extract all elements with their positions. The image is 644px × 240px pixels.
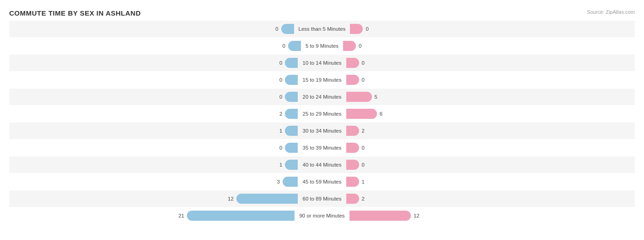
male-value: 12 — [224, 196, 234, 201]
female-value: 2 — [362, 196, 371, 201]
chart-row: 21 90 or more Minutes 12 — [9, 207, 635, 224]
female-bar — [346, 126, 359, 136]
right-side: 0 — [344, 160, 635, 170]
female-value: 0 — [362, 162, 371, 167]
male-bar — [285, 143, 298, 153]
row-label: Less than 5 Minutes — [296, 26, 349, 32]
male-bar — [288, 41, 301, 51]
male-value: 3 — [271, 179, 280, 184]
row-label: 20 to 24 Minutes — [300, 94, 344, 100]
row-label: 40 to 44 Minutes — [300, 162, 344, 167]
right-side: 5 — [344, 92, 635, 102]
right-side: 2 — [344, 126, 635, 136]
female-bar — [346, 177, 359, 187]
female-value: 1 — [362, 179, 371, 184]
right-side: 0 — [344, 75, 635, 85]
chart-row: 2 25 to 29 Minutes 6 — [9, 106, 635, 122]
chart-row: 0 15 to 19 Minutes 0 — [9, 72, 635, 88]
right-side: 1 — [344, 177, 635, 187]
row-label: 15 to 19 Minutes — [300, 77, 344, 83]
left-side: 0 — [9, 41, 303, 51]
male-bar — [285, 160, 298, 170]
chart-row: 3 45 to 59 Minutes 1 — [9, 173, 635, 190]
male-bar — [285, 58, 298, 68]
chart-container: COMMUTE TIME BY SEX IN ASHLAND Source: Z… — [0, 0, 644, 240]
chart-area: 0 Less than 5 Minutes 0 0 5 to 9 Minutes… — [9, 21, 635, 206]
male-bar — [187, 211, 295, 221]
chart-title: COMMUTE TIME BY SEX IN ASHLAND — [9, 9, 635, 17]
female-value: 0 — [362, 145, 371, 151]
row-label: 45 to 59 Minutes — [300, 179, 344, 184]
chart-row: 0 Less than 5 Minutes 0 — [9, 21, 635, 37]
female-bar — [346, 160, 359, 170]
male-value: 0 — [276, 43, 285, 49]
left-side: 0 — [9, 58, 300, 68]
female-value: 0 — [359, 43, 368, 49]
male-value: 0 — [273, 60, 282, 66]
female-value: 5 — [375, 94, 384, 100]
male-bar — [285, 92, 298, 102]
left-side: 21 — [9, 211, 296, 221]
male-bar — [285, 109, 298, 119]
male-value: 1 — [273, 162, 282, 167]
row-label: 90 or more Minutes — [296, 213, 347, 218]
female-bar — [343, 41, 356, 51]
male-value: 0 — [273, 145, 282, 151]
male-value: 21 — [175, 213, 184, 218]
female-bar — [346, 75, 359, 85]
right-side: 12 — [348, 211, 635, 221]
left-side: 12 — [9, 194, 300, 204]
right-side: 2 — [344, 194, 635, 204]
row-label: 5 to 9 Minutes — [303, 43, 341, 49]
female-value: 0 — [362, 60, 371, 66]
male-bar — [281, 24, 294, 34]
chart-row: 0 20 to 24 Minutes 5 — [9, 89, 635, 105]
female-value: 0 — [366, 26, 375, 32]
female-bar — [346, 143, 359, 153]
chart-row: 0 35 to 39 Minutes 0 — [9, 140, 635, 156]
male-bar — [285, 126, 298, 136]
female-bar — [346, 58, 359, 68]
chart-row: 1 30 to 34 Minutes 2 — [9, 123, 635, 139]
row-label: 10 to 14 Minutes — [300, 60, 344, 66]
right-side: 0 — [348, 24, 635, 34]
left-side: 1 — [9, 160, 300, 170]
left-side: 2 — [9, 109, 300, 119]
female-value: 0 — [362, 77, 371, 83]
left-side: 3 — [9, 177, 300, 187]
female-value: 2 — [362, 128, 371, 134]
chart-row: 1 40 to 44 Minutes 0 — [9, 156, 635, 173]
right-side: 0 — [344, 143, 635, 153]
female-bar — [349, 211, 411, 221]
female-bar — [346, 194, 359, 204]
right-side: 0 — [344, 58, 635, 68]
chart-row: 0 10 to 14 Minutes 0 — [9, 55, 635, 71]
row-label: 30 to 34 Minutes — [300, 128, 344, 134]
left-side: 0 — [9, 143, 300, 153]
male-bar — [236, 194, 298, 204]
row-label: 25 to 29 Minutes — [300, 111, 344, 117]
chart-row: 12 60 to 89 Minutes 2 — [9, 190, 635, 207]
male-value: 0 — [273, 94, 282, 100]
male-bar — [283, 177, 298, 187]
left-side: 0 — [9, 92, 300, 102]
female-bar — [346, 109, 377, 119]
male-bar — [285, 75, 298, 85]
female-value: 6 — [380, 111, 389, 117]
row-label: 60 to 89 Minutes — [300, 196, 344, 201]
left-side: 0 — [9, 24, 296, 34]
female-bar — [350, 24, 363, 34]
chart-row: 0 5 to 9 Minutes 0 — [9, 38, 635, 54]
right-side: 6 — [344, 109, 635, 119]
left-side: 1 — [9, 126, 300, 136]
female-bar — [346, 92, 372, 102]
male-value: 0 — [273, 77, 282, 83]
female-value: 12 — [414, 213, 423, 218]
row-label: 35 to 39 Minutes — [300, 145, 344, 151]
left-side: 0 — [9, 75, 300, 85]
male-value: 1 — [273, 128, 282, 134]
right-side: 0 — [341, 41, 635, 51]
source-label: Source: ZipAtlas.com — [587, 9, 635, 15]
male-value: 0 — [269, 26, 278, 32]
male-value: 2 — [273, 111, 282, 117]
